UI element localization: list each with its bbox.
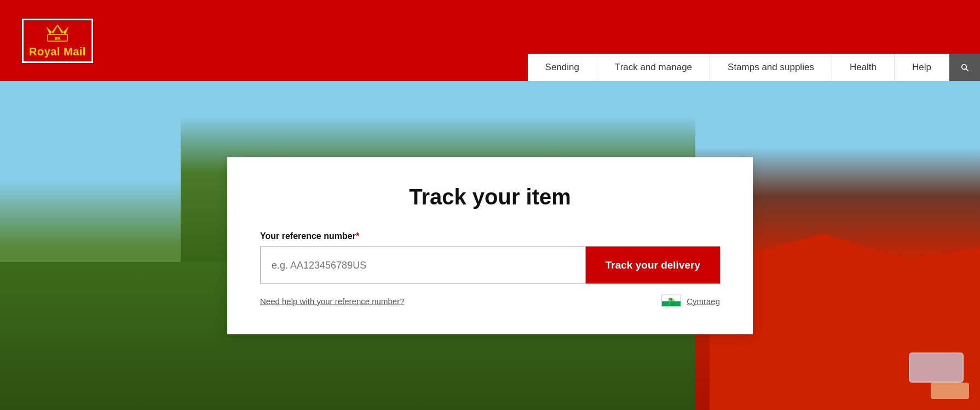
logo-text: Royal Mail xyxy=(29,45,86,58)
required-marker: * xyxy=(356,231,359,241)
input-row: Track your delivery xyxy=(260,247,720,284)
reference-input[interactable] xyxy=(260,247,586,284)
dragon-icon: 🐉 xyxy=(667,297,676,304)
main-nav: Sending Track and manage Stamps and supp… xyxy=(528,54,980,81)
header: ER Royal Mail Sending Track and manage S… xyxy=(0,0,980,81)
dragon-overlay: 🐉 xyxy=(662,295,681,306)
svg-text:ER: ER xyxy=(54,36,60,41)
car-light xyxy=(931,383,969,399)
nav-item-track-manage[interactable]: Track and manage xyxy=(597,54,710,81)
logo-box: ER Royal Mail xyxy=(22,19,93,63)
help-link[interactable]: Need help with your reference number? xyxy=(260,296,404,305)
nav-item-health[interactable]: Health xyxy=(832,54,895,81)
cymraeg-label[interactable]: Cymraeg xyxy=(687,296,720,305)
svg-marker-0 xyxy=(47,25,68,35)
card-footer: Need help with your reference number? 🐉 … xyxy=(260,295,720,307)
hero-section: Track your item Your reference number* T… xyxy=(0,81,980,410)
svg-point-3 xyxy=(962,65,967,70)
ref-label: Your reference number* xyxy=(260,231,720,241)
search-icon xyxy=(960,61,969,73)
logo-container[interactable]: ER Royal Mail xyxy=(0,19,93,63)
nav-item-stamps-supplies[interactable]: Stamps and supplies xyxy=(710,54,832,81)
svg-line-4 xyxy=(966,69,968,71)
crown-icon: ER xyxy=(45,24,70,45)
car-window xyxy=(909,352,964,383)
welsh-flag-icon: 🐉 xyxy=(661,295,681,307)
track-card: Track your item Your reference number* T… xyxy=(227,157,753,334)
search-button[interactable] xyxy=(949,54,980,81)
nav-item-sending[interactable]: Sending xyxy=(528,54,597,81)
nav-item-help[interactable]: Help xyxy=(895,54,949,81)
track-delivery-button[interactable]: Track your delivery xyxy=(586,247,720,284)
welsh-language-link[interactable]: 🐉 Cymraeg xyxy=(661,295,720,307)
card-title: Track your item xyxy=(260,185,720,209)
